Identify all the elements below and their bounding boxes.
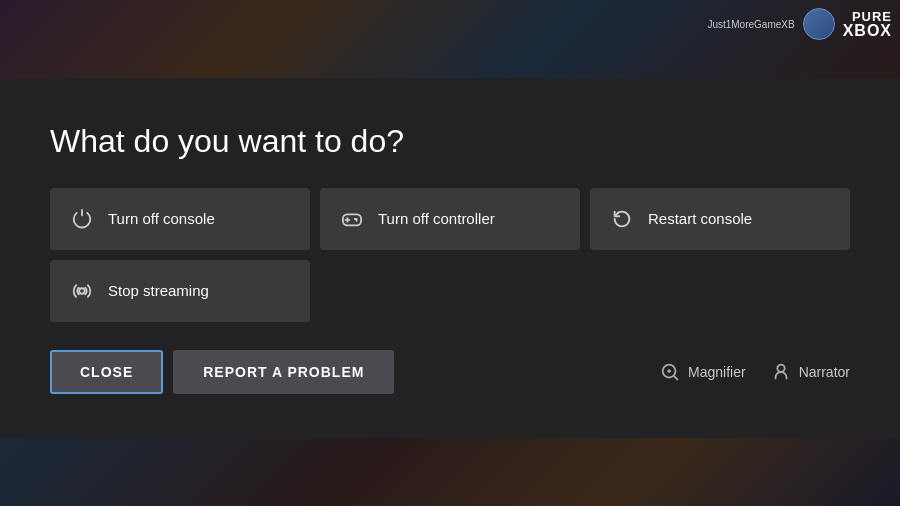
magnifier-label: Magnifier — [688, 364, 746, 380]
dialog-overlay: What do you want to do? Turn off console… — [0, 78, 900, 438]
restart-icon — [610, 208, 634, 230]
svg-point-3 — [777, 364, 784, 371]
watermark-xbox-label: XBOX — [843, 23, 892, 39]
watermark-username: Just1MoreGameXB — [707, 19, 794, 30]
bottom-actions: CLOSE REPORT A PROBLEM Magnifier — [50, 350, 850, 394]
narrator-label: Narrator — [799, 364, 850, 380]
magnifier-control[interactable]: Magnifier — [659, 361, 746, 383]
watermark-logo: PURE XBOX — [843, 10, 892, 39]
turn-off-controller-button[interactable]: Turn off controller — [320, 188, 580, 250]
turn-off-console-label: Turn off console — [108, 210, 215, 227]
close-button[interactable]: CLOSE — [50, 350, 163, 394]
dialog-title: What do you want to do? — [50, 123, 850, 160]
restart-console-button[interactable]: Restart console — [590, 188, 850, 250]
stop-streaming-button[interactable]: Stop streaming — [50, 260, 310, 322]
accessibility-controls: Magnifier Narrator — [659, 361, 850, 383]
svg-point-1 — [79, 288, 85, 294]
controller-icon — [340, 208, 364, 230]
power-icon — [70, 208, 94, 230]
watermark: Just1MoreGameXB PURE XBOX — [707, 8, 892, 40]
streaming-icon — [70, 280, 94, 302]
watermark-avatar — [803, 8, 835, 40]
narrator-icon — [770, 361, 792, 383]
background-bottom — [0, 438, 900, 506]
narrator-control[interactable]: Narrator — [770, 361, 850, 383]
magnifier-icon — [659, 361, 681, 383]
bottom-left-buttons: CLOSE REPORT A PROBLEM — [50, 350, 394, 394]
stop-streaming-label: Stop streaming — [108, 282, 209, 299]
restart-console-label: Restart console — [648, 210, 752, 227]
report-problem-button[interactable]: REPORT A PROBLEM — [173, 350, 394, 394]
turn-off-controller-label: Turn off controller — [378, 210, 495, 227]
turn-off-console-button[interactable]: Turn off console — [50, 188, 310, 250]
watermark-pure-label: PURE — [852, 10, 892, 23]
options-grid: Turn off console Turn off controller Res… — [50, 188, 850, 322]
